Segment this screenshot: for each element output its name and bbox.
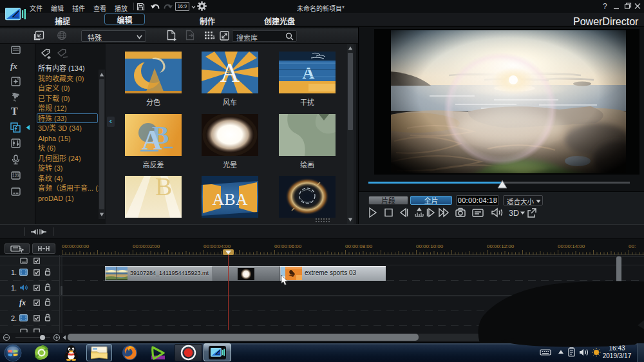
svg-text:123: 123	[12, 173, 19, 178]
svg-text:B: B	[155, 176, 173, 201]
svg-text:A: A	[303, 64, 315, 82]
svg-text:ABA: ABA	[213, 190, 248, 209]
svg-text:A: A	[220, 58, 240, 88]
svg-text:3D: 3D	[509, 209, 519, 218]
